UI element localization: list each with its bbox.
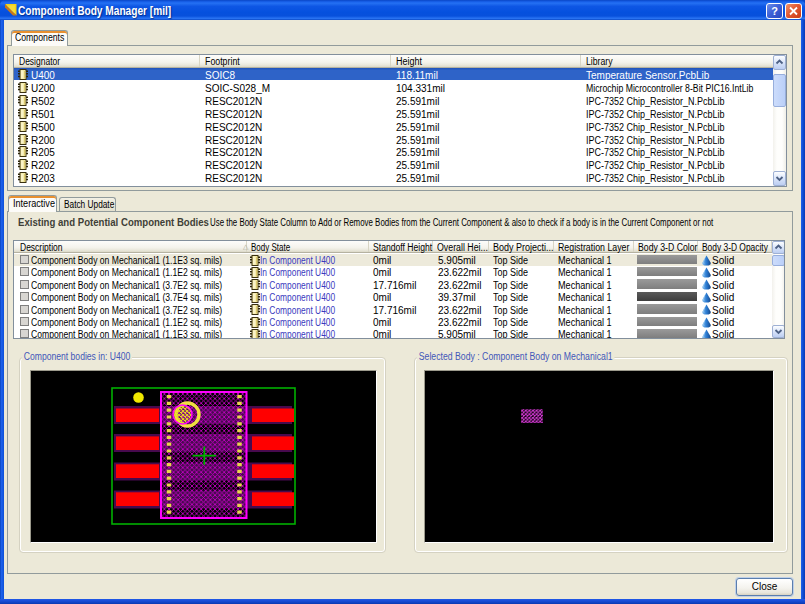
svg-text:?: ? <box>771 5 778 17</box>
